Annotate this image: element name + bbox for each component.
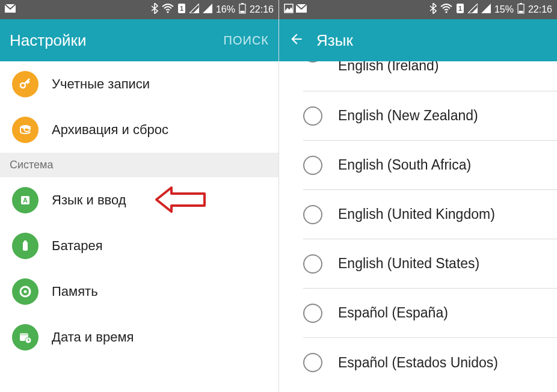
language-label: Español (Estados Unidos) <box>338 355 498 371</box>
page-title: Язык <box>316 31 547 50</box>
clock: 22:16 <box>250 4 274 15</box>
backup-icon <box>12 117 38 143</box>
language-label: English (South Africa) <box>338 157 471 173</box>
language-option[interactable]: English (United Kingdom) <box>303 190 557 239</box>
sim-icon: 1 <box>456 3 464 16</box>
gmail-icon <box>5 4 16 15</box>
language-option[interactable]: Español (España) <box>303 289 557 338</box>
signal-2-icon <box>481 4 491 16</box>
row-battery[interactable]: Батарея <box>0 223 278 269</box>
language-label: English (New Zealand) <box>338 108 478 124</box>
language-label: English (United States) <box>338 256 479 272</box>
app-bar: Настройки ПОИСК <box>0 19 278 61</box>
app-bar: Язык <box>279 19 557 61</box>
language-option[interactable]: English (South Africa) <box>303 141 557 190</box>
battery-icon <box>517 3 525 16</box>
row-label: Батарея <box>52 238 103 254</box>
row-language-input[interactable]: A Язык и ввод <box>0 177 278 223</box>
battery-percent: 15% <box>494 4 514 15</box>
svg-point-20 <box>445 11 447 13</box>
battery-icon <box>12 233 38 259</box>
language-label: Español (España) <box>338 305 448 321</box>
battery-percent: 16% <box>216 4 235 15</box>
radio-icon[interactable] <box>303 156 322 175</box>
svg-rect-6 <box>240 11 244 13</box>
svg-text:1: 1 <box>458 5 462 12</box>
row-label: Учетные записи <box>52 76 150 92</box>
svg-text:1: 1 <box>180 5 183 12</box>
bluetooth-icon <box>429 3 437 16</box>
wifi-icon <box>162 4 174 16</box>
language-option[interactable]: English (New Zealand) <box>303 91 557 141</box>
signal-2-icon <box>203 4 212 16</box>
battery-icon <box>239 3 246 16</box>
row-date-time[interactable]: Дата и время <box>0 314 278 360</box>
language-label: English (Ireland) <box>338 61 439 74</box>
signal-icon <box>189 4 199 16</box>
page-title: Настройки <box>10 31 212 50</box>
settings-list[interactable]: Учетные записи Архивация и сброс Система… <box>0 61 278 392</box>
search-action[interactable]: ПОИСК <box>224 34 269 47</box>
gmail-icon <box>296 4 307 15</box>
language-list[interactable]: English (Ireland) English (New Zealand) … <box>279 61 557 392</box>
status-bar: 1 15% 22:16 <box>279 0 557 19</box>
clock: 22:16 <box>528 4 552 15</box>
language-option[interactable]: Español (Estados Unidos) <box>303 338 557 387</box>
sim-icon: 1 <box>177 3 186 16</box>
svg-rect-25 <box>519 11 523 13</box>
svg-rect-11 <box>23 242 28 251</box>
settings-screen: 1 16% 22:16 Настройки ПОИСК Учетные запи… <box>0 0 278 392</box>
radio-icon[interactable] <box>303 254 322 274</box>
calendar-clock-icon <box>12 324 38 351</box>
svg-point-14 <box>24 290 27 293</box>
row-accounts[interactable]: Учетные записи <box>0 61 278 107</box>
language-option[interactable]: English (United States) <box>303 239 557 289</box>
radio-icon[interactable] <box>303 205 322 224</box>
row-label: Дата и время <box>52 329 134 345</box>
svg-rect-16 <box>20 333 28 335</box>
row-label: Память <box>52 284 98 299</box>
signal-icon <box>468 4 478 16</box>
svg-text:A: A <box>23 197 28 204</box>
radio-icon[interactable] <box>303 61 322 63</box>
row-storage[interactable]: Память <box>0 269 278 314</box>
svg-point-1 <box>167 11 168 13</box>
row-label: Язык и ввод <box>52 192 126 208</box>
image-icon <box>284 4 294 16</box>
language-option[interactable]: English (Ireland) <box>303 61 557 91</box>
section-system: Система <box>0 153 278 177</box>
storage-icon <box>12 278 38 305</box>
arrow-annotation <box>153 185 208 217</box>
radio-icon[interactable] <box>303 106 322 126</box>
language-screen: 1 15% 22:16 Язык English (Ireland) Engli… <box>278 0 557 392</box>
key-icon <box>12 71 38 97</box>
radio-icon[interactable] <box>303 304 322 323</box>
radio-icon[interactable] <box>303 353 322 372</box>
status-bar: 1 16% 22:16 <box>0 0 278 19</box>
wifi-icon <box>440 4 452 16</box>
svg-rect-12 <box>24 240 26 242</box>
row-label: Архивация и сброс <box>52 122 168 138</box>
row-backup-reset[interactable]: Архивация и сброс <box>0 107 278 153</box>
svg-point-7 <box>20 83 25 88</box>
language-icon: A <box>12 187 38 213</box>
language-label: English (United Kingdom) <box>338 206 495 222</box>
bluetooth-icon <box>151 3 158 16</box>
back-button[interactable] <box>289 31 304 49</box>
